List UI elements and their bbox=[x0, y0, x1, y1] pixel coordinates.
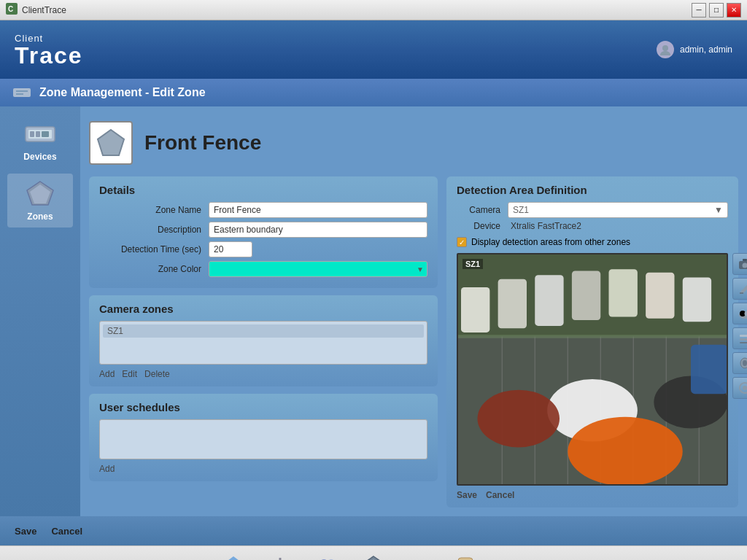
minimize-button[interactable]: ─ bbox=[692, 3, 706, 18]
camera-select-label: Camera bbox=[457, 205, 508, 215]
detection-area-section: Detection Area Definition Camera SZ1 ▼ D… bbox=[446, 176, 738, 508]
svg-rect-35 bbox=[691, 345, 727, 394]
camera-zone-edit-button[interactable]: Edit bbox=[122, 369, 137, 379]
app-header: Client Trace admin, admin bbox=[0, 20, 747, 79]
description-input[interactable] bbox=[209, 222, 427, 238]
svg-point-33 bbox=[478, 390, 560, 448]
svg-rect-27 bbox=[572, 271, 600, 321]
zone-name-label: Zone Name bbox=[99, 205, 209, 215]
camera-select-value: SZ1 bbox=[513, 205, 529, 215]
user-info: admin, admin bbox=[657, 41, 732, 58]
zone-name-title: Front Fence bbox=[144, 131, 261, 155]
left-col: Details Zone Name Description Detection … bbox=[89, 176, 438, 508]
parking-svg bbox=[458, 254, 727, 484]
svg-rect-10 bbox=[36, 131, 40, 137]
camera-zone-add-button[interactable]: Add bbox=[99, 369, 115, 379]
pencil-tool-icon[interactable] bbox=[732, 278, 747, 300]
device-label: Device bbox=[457, 221, 508, 231]
titlebar-left: C ClientTrace bbox=[6, 3, 66, 17]
titlebar: C ClientTrace ─ □ ✕ bbox=[0, 0, 747, 20]
sidebar-item-zones[interactable]: Zones bbox=[7, 174, 73, 228]
camera-zone-item-sz1[interactable]: SZ1 bbox=[103, 324, 424, 338]
user-schedules-list bbox=[99, 419, 427, 459]
svg-rect-46 bbox=[740, 342, 747, 343]
svg-rect-39 bbox=[743, 259, 747, 261]
detection-area-title: Detection Area Definition bbox=[457, 184, 728, 196]
user-schedules-add-button[interactable]: Add bbox=[99, 464, 115, 474]
taskbar-users-icon[interactable] bbox=[311, 552, 343, 561]
cancel-button[interactable]: Cancel bbox=[51, 526, 82, 537]
app-icon: C bbox=[6, 3, 18, 17]
tool-icons-panel bbox=[732, 253, 747, 399]
zones-icon bbox=[23, 179, 58, 209]
camera-zones-title: Camera zones bbox=[99, 303, 427, 315]
camera-zone-delete-button[interactable]: Delete bbox=[144, 369, 170, 379]
sidebar-item-devices[interactable]: Devices bbox=[7, 114, 73, 168]
svg-rect-6 bbox=[16, 93, 23, 95]
section-title: Zone Management - Edit Zone bbox=[39, 86, 206, 99]
taskbar-scroll-icon[interactable] bbox=[451, 552, 483, 561]
device-value: Xtralis FastTrace2 bbox=[511, 221, 581, 231]
svg-point-3 bbox=[660, 51, 670, 55]
taskbar-home-icon[interactable] bbox=[217, 552, 249, 561]
taskbar-camera-icon[interactable] bbox=[498, 552, 530, 561]
cloud-tool-icon[interactable] bbox=[732, 303, 747, 324]
zone-color-label: Zone Color bbox=[99, 264, 209, 274]
user-avatar-icon bbox=[657, 41, 674, 58]
description-row: Description bbox=[99, 222, 427, 238]
svg-point-2 bbox=[662, 45, 668, 51]
display-other-zones-label: Display detection areas from other zones bbox=[471, 237, 630, 247]
layers-tool-icon[interactable] bbox=[732, 327, 747, 349]
save-button[interactable]: Save bbox=[15, 526, 36, 537]
svg-rect-28 bbox=[609, 269, 638, 316]
zone-name-row: Zone Name bbox=[99, 202, 427, 218]
zone-pentagon-icon bbox=[95, 128, 127, 158]
logo-trace-text: Trace bbox=[15, 44, 83, 67]
camera-zones-list: SZ1 bbox=[99, 321, 427, 365]
taskbar bbox=[0, 545, 747, 560]
svg-rect-25 bbox=[498, 279, 527, 329]
taskbar-settings-icon[interactable] bbox=[264, 552, 296, 561]
sidebar: Devices Zones bbox=[0, 106, 80, 516]
svg-text:C: C bbox=[8, 5, 13, 13]
svg-rect-26 bbox=[535, 275, 563, 326]
svg-rect-11 bbox=[42, 131, 49, 137]
sidebar-item-zones-label: Zones bbox=[27, 211, 53, 222]
eraser-tool-icon[interactable] bbox=[732, 352, 747, 374]
svg-rect-24 bbox=[461, 287, 489, 332]
taskbar-zone-icon[interactable] bbox=[357, 552, 390, 561]
zone-header: Front Fence bbox=[89, 115, 738, 171]
camera-feed: SZ1 bbox=[457, 253, 728, 486]
zone-name-input[interactable] bbox=[209, 202, 427, 218]
sidebar-item-devices-label: Devices bbox=[23, 152, 56, 162]
svg-rect-45 bbox=[740, 338, 747, 341]
svg-rect-5 bbox=[16, 90, 28, 92]
display-other-zones-checkbox[interactable] bbox=[457, 237, 467, 247]
taskbar-chart-icon[interactable] bbox=[404, 552, 436, 561]
svg-marker-14 bbox=[98, 130, 124, 155]
titlebar-controls: ─ □ ✕ bbox=[692, 3, 741, 18]
zone-color-row: Zone Color ▼ bbox=[99, 261, 427, 277]
svg-rect-75 bbox=[458, 558, 473, 561]
close-button[interactable]: ✕ bbox=[727, 3, 741, 18]
zone-color-picker[interactable]: ▼ bbox=[209, 261, 427, 277]
zone-icon-box bbox=[89, 121, 133, 165]
section-header: Zone Management - Edit Zone bbox=[0, 79, 747, 106]
detection-time-label: Detection Time (sec) bbox=[99, 244, 209, 254]
svg-rect-29 bbox=[646, 273, 674, 319]
camera-select[interactable]: SZ1 ▼ bbox=[508, 202, 728, 218]
camera-select-arrow: ▼ bbox=[714, 205, 723, 215]
circle-tool-icon[interactable] bbox=[732, 377, 747, 399]
detection-cancel-button[interactable]: Cancel bbox=[486, 490, 514, 500]
section-header-icon bbox=[12, 85, 32, 100]
user-schedules-title: User schedules bbox=[99, 401, 427, 413]
svg-marker-53 bbox=[222, 556, 245, 561]
maximize-button[interactable]: □ bbox=[709, 3, 724, 18]
content-panel: Front Fence Details Zone Name Descriptio… bbox=[80, 106, 747, 516]
device-row: Device Xtralis FastTrace2 bbox=[457, 221, 728, 231]
camera-feed-container: SZ1 bbox=[457, 253, 728, 486]
detection-time-row: Detection Time (sec) bbox=[99, 241, 427, 257]
detection-time-input[interactable] bbox=[209, 241, 252, 257]
camera-add-tool-icon[interactable] bbox=[732, 253, 747, 275]
detection-save-button[interactable]: Save bbox=[457, 490, 477, 500]
